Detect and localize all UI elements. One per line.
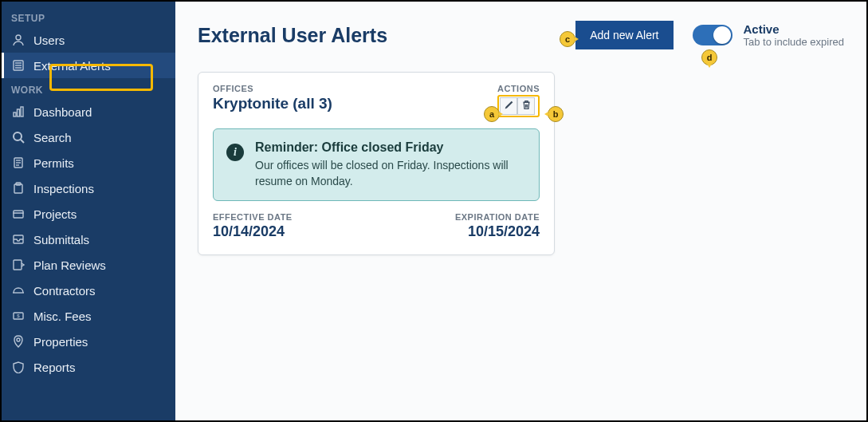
hardhat-icon [11,283,26,298]
sidebar-item-contractors[interactable]: Contractors [2,278,175,303]
page-header: External User Alerts Add new Alert Activ… [198,21,844,49]
sidebar-item-label: Plan Reviews [33,258,106,272]
main-content: External User Alerts Add new Alert Activ… [175,2,866,420]
card-dates-row: EFFECTIVE DATE 10/14/2024 EXPIRATION DAT… [213,212,540,240]
sidebar-item-projects[interactable]: Projects [2,201,175,227]
action-icons-group [497,95,540,117]
actions-block: ACTIONS [497,84,540,117]
section-label-setup: SETUP [2,6,175,27]
svg-rect-5 [14,112,16,116]
svg-text:$: $ [17,314,20,318]
alert-body: Our offices will be closed on Friday. In… [255,158,526,189]
section-label-work: WORK [2,78,175,99]
report-icon [11,360,26,374]
trash-icon [521,100,532,112]
svg-rect-16 [14,211,23,218]
sidebar-item-label: Inspections [33,182,94,195]
money-icon: $ [11,309,26,323]
sidebar-item-misc-fees[interactable]: $ Misc. Fees [2,303,175,329]
effective-date-block: EFFECTIVE DATE 10/14/2024 [213,212,293,240]
callout-c: c [560,31,575,47]
sidebar: SETUP Users External Alerts WORK Dashboa… [2,2,175,420]
alert-message-box: i Reminder: Office closed Friday Our off… [213,128,540,201]
svg-rect-7 [21,107,23,116]
page-title: External User Alerts [198,24,387,47]
list-icon [11,58,26,73]
add-new-alert-button[interactable]: Add new Alert [575,21,673,49]
sidebar-item-search[interactable]: Search [2,124,175,150]
inbox-icon [11,232,26,246]
doc-icon [11,156,26,170]
alert-card: OFFICES Kryptonite (all 3) ACTIONS i Rem… [198,72,555,255]
offices-block: OFFICES Kryptonite (all 3) [213,84,332,112]
sidebar-item-label: Search [33,131,72,144]
toggle-labels: Active Tab to include expired [744,22,844,48]
svg-point-0 [16,35,21,40]
actions-label: ACTIONS [497,84,540,93]
sidebar-item-reports[interactable]: Reports [2,354,175,380]
sidebar-item-label: Projects [33,207,77,221]
offices-label: OFFICES [213,84,332,93]
expiration-date-value: 10/15/2024 [455,223,540,240]
svg-point-23 [17,338,20,341]
alert-text: Reminder: Office closed Friday Our offic… [255,140,526,189]
chart-icon [11,105,26,119]
user-icon [11,33,26,47]
review-icon [11,258,26,272]
sidebar-item-label: Misc. Fees [33,310,92,323]
sidebar-item-label: Submittals [33,233,89,246]
callout-b: b [548,106,564,122]
pencil-icon [504,100,514,112]
callout-d: d [701,49,717,65]
sidebar-item-dashboard[interactable]: Dashboard [2,99,175,124]
header-actions: Add new Alert Active Tab to include expi… [575,21,844,49]
sidebar-item-external-alerts[interactable]: External Alerts [2,53,175,78]
sidebar-item-permits[interactable]: Permits [2,150,175,176]
search-icon [11,130,26,144]
toggle-title: Active [744,22,844,36]
clipboard-icon [11,181,26,195]
sidebar-item-label: Permits [33,156,74,170]
sidebar-item-label: Dashboard [33,105,92,119]
svg-line-9 [21,140,24,143]
sidebar-item-inspections[interactable]: Inspections [2,176,175,201]
offices-value: Kryptonite (all 3) [213,95,332,112]
effective-date-value: 10/14/2024 [213,223,293,240]
svg-rect-6 [18,109,20,116]
delete-button[interactable] [517,97,535,115]
expiration-date-label: EXPIRATION DATE [455,212,540,222]
sidebar-item-users[interactable]: Users [2,27,175,53]
svg-point-8 [14,132,22,140]
sidebar-item-label: Properties [33,335,88,349]
expiration-date-block: EXPIRATION DATE 10/15/2024 [455,212,540,240]
active-toggle-group: Active Tab to include expired [693,22,844,48]
sidebar-item-submittals[interactable]: Submittals [2,227,175,252]
active-toggle[interactable] [693,25,732,45]
effective-date-label: EFFECTIVE DATE [213,212,293,222]
callout-a: a [484,106,500,122]
alert-title: Reminder: Office closed Friday [255,140,526,155]
sidebar-item-label: Users [33,34,65,47]
toggle-subtitle: Tab to include expired [744,36,844,48]
folder-icon [11,207,26,221]
pin-icon [11,334,26,349]
sidebar-item-label: Contractors [33,284,96,298]
svg-rect-19 [14,260,22,270]
sidebar-item-label: External Alerts [33,59,111,73]
sidebar-item-label: Reports [33,361,76,374]
sidebar-item-plan-reviews[interactable]: Plan Reviews [2,252,175,278]
sidebar-item-properties[interactable]: Properties [2,329,175,354]
info-icon: i [226,144,244,161]
